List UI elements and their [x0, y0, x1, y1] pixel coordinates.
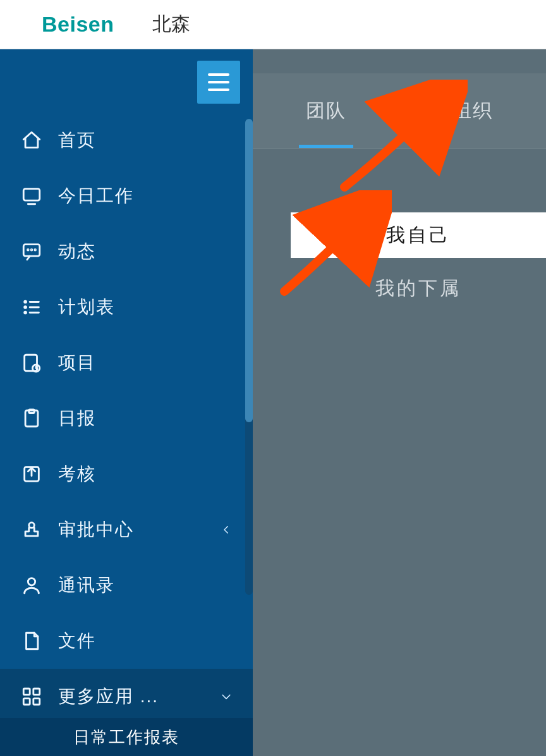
- tab-org[interactable]: 组织: [399, 73, 546, 148]
- sidebar: 首页 今日工作 动态 计划表: [0, 49, 253, 756]
- sidebar-item-home[interactable]: 首页: [0, 113, 253, 168]
- svg-point-5: [25, 301, 27, 303]
- file-icon: [19, 628, 44, 654]
- svg-rect-18: [33, 698, 40, 705]
- right-panel: 团队 组织 我自己 我的下属: [253, 49, 546, 756]
- report-icon: [19, 406, 44, 431]
- sidebar-item-more-apps[interactable]: 更多应用 ...: [0, 669, 253, 718]
- option-label: 我自己: [386, 223, 451, 248]
- sidebar-item-contacts[interactable]: 通讯录: [0, 558, 253, 613]
- tab-label: 团队: [306, 98, 346, 124]
- option-panel: 我自己 我的下属: [253, 149, 546, 756]
- hamburger-button[interactable]: [197, 61, 240, 104]
- sidebar-scroll-thumb[interactable]: [245, 119, 253, 422]
- sidebar-item-label: 更多应用 ...: [58, 685, 219, 709]
- option-self[interactable]: 我自己: [291, 212, 546, 258]
- chevron-left-icon: [219, 522, 234, 537]
- sidebar-item-label: 计划表: [58, 295, 234, 319]
- svg-point-2: [27, 249, 28, 250]
- sidebar-item-feed[interactable]: 动态: [0, 224, 253, 279]
- sidebar-item-label: 项目: [58, 351, 234, 375]
- svg-rect-16: [33, 688, 40, 695]
- svg-point-7: [25, 312, 27, 314]
- svg-rect-17: [23, 698, 30, 705]
- svg-rect-8: [25, 355, 37, 371]
- sidebar-footer-report[interactable]: 日常工作报表: [0, 718, 253, 756]
- person-icon: [19, 573, 44, 598]
- sidebar-item-label: 首页: [58, 128, 234, 152]
- sidebar-item-label: 今日工作: [58, 184, 234, 208]
- main: 首页 今日工作 动态 计划表: [0, 49, 546, 756]
- sidebar-item-project[interactable]: 项目: [0, 335, 253, 391]
- header: Beisen 北森: [0, 0, 546, 49]
- monitor-icon: [19, 183, 44, 209]
- svg-point-4: [35, 249, 36, 250]
- chat-icon: [19, 239, 44, 264]
- sidebar-footer-label: 日常工作报表: [73, 726, 179, 748]
- option-my-reports[interactable]: 我的下属: [291, 265, 546, 311]
- sidebar-item-label: 日报: [58, 406, 234, 430]
- svg-rect-0: [23, 189, 40, 200]
- sidebar-item-label: 动态: [58, 240, 234, 264]
- option-label: 我的下属: [375, 276, 461, 302]
- tab-team[interactable]: 团队: [253, 73, 399, 148]
- sidebar-item-approval[interactable]: 审批中心: [0, 502, 253, 558]
- svg-point-13: [29, 523, 35, 528]
- sidebar-scrollbar[interactable]: [245, 119, 253, 595]
- sidebar-item-label: 通讯录: [58, 573, 234, 597]
- chevron-down-icon: [219, 689, 234, 704]
- home-icon: [19, 128, 44, 153]
- sidebar-item-label: 审批中心: [58, 518, 219, 542]
- sidebar-item-files[interactable]: 文件: [0, 613, 253, 669]
- list-icon: [19, 295, 44, 320]
- sidebar-scroll: 首页 今日工作 动态 计划表: [0, 49, 253, 718]
- svg-point-6: [25, 307, 27, 308]
- tab-underline: [299, 145, 353, 148]
- sidebar-item-label: 文件: [58, 629, 234, 653]
- tab-label: 组织: [452, 98, 493, 124]
- sidebar-item-plan[interactable]: 计划表: [0, 279, 253, 335]
- apps-icon: [19, 684, 44, 709]
- svg-point-3: [31, 249, 32, 250]
- sidebar-item-review[interactable]: 考核: [0, 446, 253, 502]
- share-icon: [19, 461, 44, 487]
- sidebar-item-daily[interactable]: 日报: [0, 391, 253, 446]
- stamp-icon: [19, 517, 44, 542]
- svg-rect-15: [23, 688, 30, 695]
- svg-point-14: [28, 578, 35, 585]
- sidebar-item-today[interactable]: 今日工作: [0, 168, 253, 224]
- sidebar-item-label: 考核: [58, 462, 234, 486]
- project-icon: [19, 350, 44, 375]
- tab-bar: 团队 组织: [253, 73, 546, 149]
- app-name: 北森: [152, 11, 190, 37]
- logo-text: Beisen: [42, 12, 114, 37]
